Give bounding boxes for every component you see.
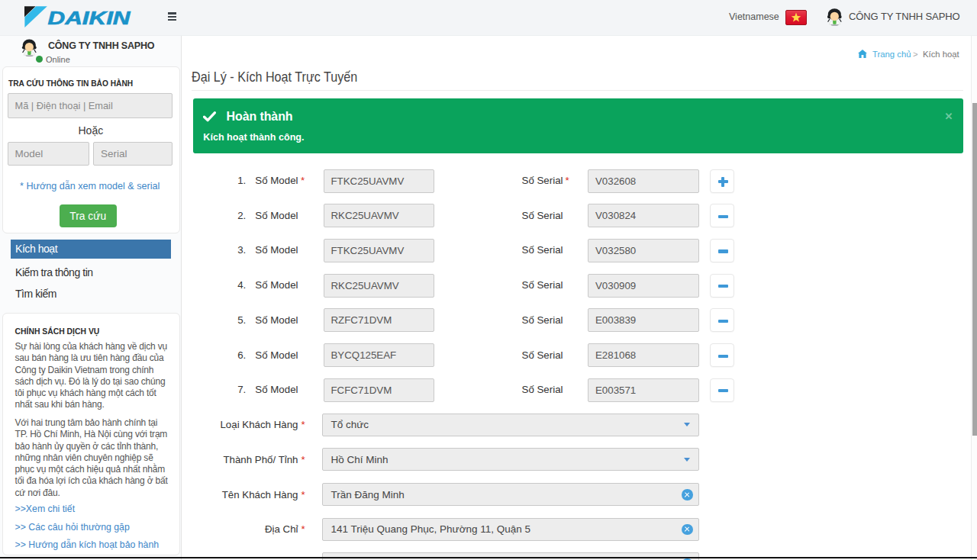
svg-text:DAIKIN: DAIKIN [48,7,132,27]
